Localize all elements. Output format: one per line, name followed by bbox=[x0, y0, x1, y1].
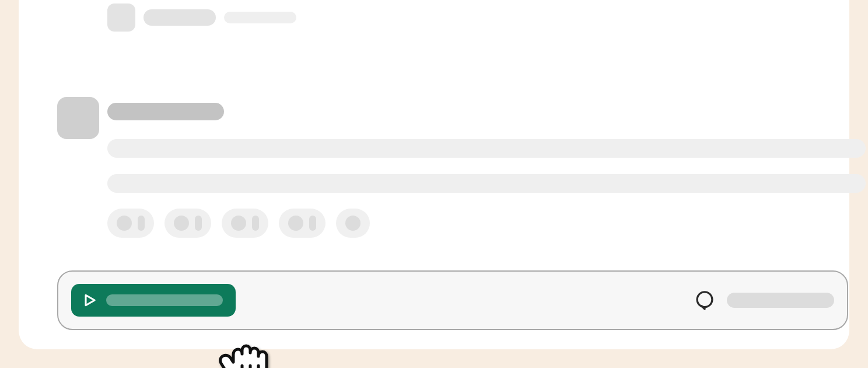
play-icon bbox=[82, 292, 98, 308]
svg-point-0 bbox=[697, 292, 712, 307]
post-author bbox=[107, 103, 224, 120]
chat-icon[interactable] bbox=[694, 290, 715, 311]
reaction-chip[interactable] bbox=[279, 209, 326, 238]
composer-bar bbox=[57, 270, 848, 330]
reaction-chip[interactable] bbox=[222, 209, 268, 238]
avatar bbox=[107, 4, 135, 32]
run-button-label bbox=[106, 294, 223, 306]
avatar bbox=[57, 97, 99, 139]
post-body-line bbox=[107, 139, 866, 158]
reaction-emoji bbox=[174, 216, 189, 231]
reaction-count bbox=[309, 216, 316, 231]
add-reaction-chip[interactable] bbox=[336, 209, 370, 238]
reaction-emoji bbox=[345, 216, 360, 231]
reaction-bar bbox=[107, 209, 370, 238]
reaction-chip[interactable] bbox=[107, 209, 154, 238]
reaction-count bbox=[195, 216, 202, 231]
reaction-emoji bbox=[288, 216, 303, 231]
reaction-chip[interactable] bbox=[164, 209, 211, 238]
reaction-emoji bbox=[117, 216, 132, 231]
reaction-emoji bbox=[231, 216, 246, 231]
comment-input[interactable] bbox=[727, 293, 834, 308]
thread-reply-author bbox=[144, 9, 216, 26]
thread-reply-timestamp bbox=[224, 12, 296, 23]
thread-reply-row bbox=[107, 4, 296, 32]
reaction-count bbox=[138, 216, 145, 231]
post-body-line bbox=[107, 174, 866, 193]
reaction-count bbox=[252, 216, 259, 231]
pointer-cursor-icon bbox=[217, 334, 270, 368]
comment-area bbox=[694, 290, 834, 311]
run-button[interactable] bbox=[71, 284, 236, 317]
message-card bbox=[19, 0, 849, 349]
